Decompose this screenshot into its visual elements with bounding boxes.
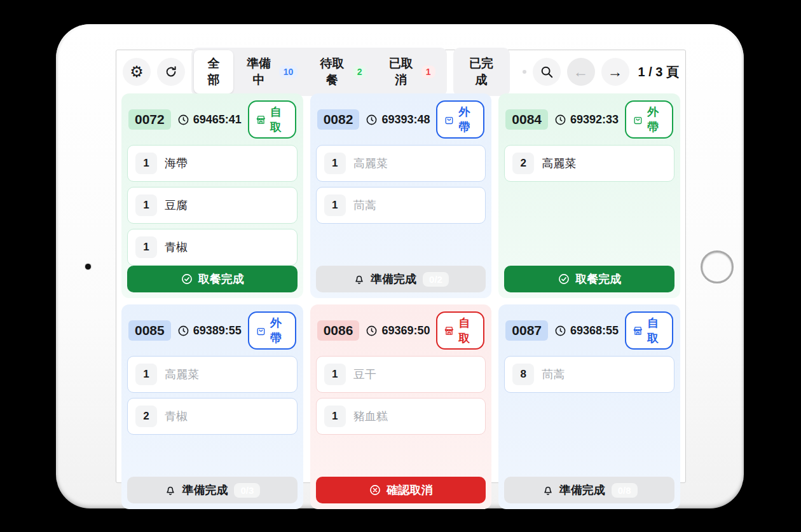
order-item[interactable]: 1 豆干 (316, 356, 486, 393)
item-name: 茼蒿 (353, 198, 376, 213)
order-item[interactable]: 1 茼蒿 (316, 187, 486, 224)
tab-cancelled-label: 已取消 (385, 55, 416, 88)
tab-ready-count: 2 (353, 65, 367, 78)
order-type-badge: 外帶 (436, 100, 484, 139)
item-qty: 1 (135, 194, 157, 216)
action-label: 取餐完成 (575, 271, 621, 287)
action-label: 準備完成 (559, 482, 605, 498)
tab-preparing-count: 10 (279, 65, 298, 78)
pickup-done-button[interactable]: 取餐完成 (504, 266, 674, 292)
order-item[interactable]: 2 青椒 (127, 398, 298, 435)
order-timer: 69393:48 (366, 113, 430, 126)
tablet-home-button (701, 250, 734, 283)
order-timer-value: 69393:48 (381, 113, 430, 126)
bell-icon (542, 484, 554, 496)
item-name: 高麗菜 (165, 367, 199, 382)
prepare-done-button[interactable]: 準備完成 0/8 (504, 477, 674, 503)
item-name: 青椒 (165, 240, 188, 255)
order-type-badge: 自取 (436, 311, 484, 350)
pickup-done-button[interactable]: 取餐完成 (127, 266, 298, 292)
confirm-cancel-button[interactable]: 確認取消 (316, 477, 486, 503)
order-timer: 69392:33 (554, 113, 619, 126)
bell-icon (164, 484, 177, 496)
tab-completed[interactable]: 已完成 (453, 48, 510, 96)
search-button[interactable] (533, 58, 561, 86)
item-qty: 1 (135, 153, 157, 174)
order-card-0087: 0087 69368:55 自取 8 茼蒿 (498, 304, 680, 509)
order-type-label: 外帶 (458, 104, 477, 135)
item-name: 高麗菜 (542, 156, 576, 171)
next-page-button[interactable]: → (601, 58, 629, 86)
bag-icon (633, 113, 643, 126)
order-card-header: 0082 69393:48 外帶 (317, 100, 485, 139)
order-timer-value: 69392:33 (570, 113, 619, 126)
order-type-badge: 自取 (248, 100, 296, 139)
clock-icon (177, 325, 189, 337)
prev-page-button[interactable]: ← (567, 58, 595, 86)
prepare-done-button[interactable]: 準備完成 0/3 (127, 477, 298, 503)
storefront-icon (633, 324, 643, 338)
prepare-done-button[interactable]: 準備完成 0/2 (316, 266, 486, 292)
prepare-progress: 0/8 (612, 483, 638, 498)
action-label: 確認取消 (387, 482, 432, 498)
order-items: 1 豆干 1 豬血糕 (316, 356, 486, 435)
order-item[interactable]: 1 豆腐 (127, 187, 298, 224)
item-qty: 1 (324, 153, 346, 174)
item-qty: 2 (135, 406, 157, 427)
order-items: 1 高麗菜 1 茼蒿 (316, 145, 486, 224)
order-item[interactable]: 1 高麗菜 (127, 356, 298, 393)
arrow-left-icon: ← (573, 64, 589, 79)
tab-cancelled[interactable]: 已取消 1 (376, 50, 444, 93)
bag-icon (256, 324, 266, 338)
bag-icon (444, 113, 455, 126)
order-card-0084: 0084 69392:33 外帶 2 高麗菜 (498, 93, 680, 298)
order-items: 1 高麗菜 2 青椒 (127, 356, 298, 435)
settings-button[interactable]: ⚙ (123, 58, 151, 86)
order-type-label: 外帶 (270, 315, 289, 346)
refresh-button[interactable] (157, 58, 185, 86)
tab-preparing[interactable]: 準備中 10 (235, 50, 306, 93)
order-item[interactable]: 1 豬血糕 (316, 398, 486, 435)
order-card-header: 0084 69392:33 外帶 (505, 100, 673, 139)
action-label: 取餐完成 (198, 271, 244, 287)
app-screen: ⚙ 全部 準備中 10 待取餐 2 已取消 1 (116, 50, 686, 483)
item-qty: 1 (324, 364, 346, 385)
refresh-icon (164, 65, 178, 79)
order-card-header: 0085 69389:55 外帶 (128, 311, 296, 350)
item-name: 茼蒿 (542, 367, 565, 382)
order-items: 1 海帶 1 豆腐 1 青椒 (127, 145, 298, 266)
clock-icon (366, 114, 378, 126)
order-item[interactable]: 1 海帶 (127, 145, 298, 182)
order-timer-value: 69389:55 (193, 324, 242, 338)
order-type-badge: 自取 (625, 311, 673, 350)
item-name: 高麗菜 (353, 156, 388, 171)
order-card-header: 0086 69369:50 自取 (317, 311, 485, 350)
action-label: 準備完成 (182, 482, 228, 498)
item-name: 豆腐 (165, 198, 188, 213)
order-number: 0087 (505, 320, 548, 341)
order-item[interactable]: 2 高麗菜 (504, 145, 674, 182)
tablet-camera (85, 264, 91, 269)
item-qty: 8 (512, 364, 534, 385)
order-item[interactable]: 8 茼蒿 (504, 356, 674, 393)
order-item[interactable]: 1 青椒 (127, 229, 298, 266)
order-card-0082: 0082 69393:48 外帶 1 高麗菜 (310, 93, 492, 298)
order-type-label: 自取 (270, 104, 289, 135)
orders-grid: 0072 69465:41 自取 1 海帶 (121, 93, 680, 509)
page-indicator: 1 / 3 頁 (636, 64, 679, 81)
tab-ready-for-pickup[interactable]: 待取餐 2 (308, 50, 375, 93)
tab-all[interactable]: 全部 (194, 50, 233, 93)
arrow-right-icon: → (608, 64, 623, 79)
order-items: 2 高麗菜 (504, 145, 674, 182)
action-label: 準備完成 (371, 271, 416, 287)
page-background: ⚙ 全部 準備中 10 待取餐 2 已取消 1 (0, 0, 801, 532)
order-card-header: 0087 69368:55 自取 (505, 311, 673, 350)
storefront-icon (444, 324, 455, 338)
item-name: 豆干 (353, 367, 376, 382)
item-qty: 2 (512, 153, 534, 174)
order-type-badge: 外帶 (248, 311, 296, 350)
clock-icon (554, 325, 566, 337)
separator-dot (523, 70, 526, 74)
order-item[interactable]: 1 高麗菜 (316, 145, 486, 182)
order-type-label: 自取 (458, 315, 477, 346)
